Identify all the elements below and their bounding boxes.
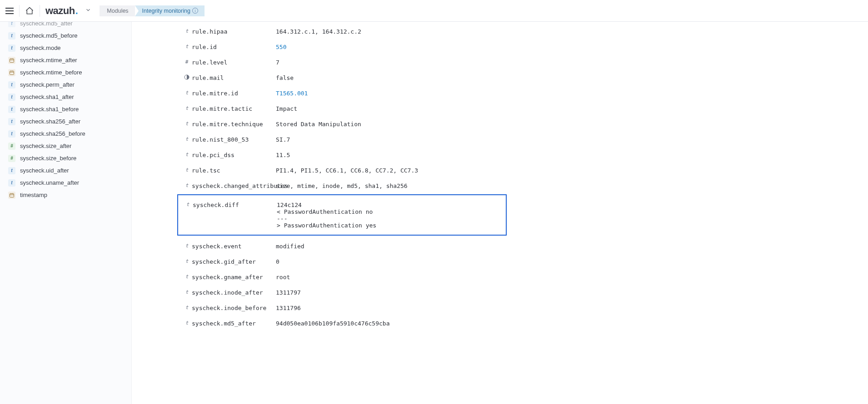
- topbar: wazuh. Modules Integrity monitoring i: [0, 0, 868, 22]
- breadcrumb-modules[interactable]: Modules: [100, 5, 135, 16]
- number-field-icon: #: [8, 143, 15, 150]
- detail-row: tsyscheck.eventmodified: [132, 238, 868, 254]
- detail-panel: trule.hipaa164.312.c.1, 164.312.c.2trule…: [132, 22, 868, 404]
- text-field-icon: t: [8, 81, 15, 89]
- field-item[interactable]: tsyscheck.md5_before: [8, 30, 127, 42]
- field-item[interactable]: timestamp: [8, 189, 127, 201]
- breadcrumb-active-label: Integrity monitoring: [142, 7, 190, 15]
- detail-value: modified: [276, 242, 304, 250]
- home-icon[interactable]: [25, 6, 34, 15]
- detail-key: syscheck.diff: [193, 201, 277, 208]
- svg-rect-0: [10, 59, 14, 62]
- detail-key: rule.pci_dss: [192, 151, 276, 158]
- text-field-icon: t: [8, 106, 15, 113]
- field-label: syscheck.md5_after: [20, 22, 73, 27]
- hamburger-menu-icon[interactable]: [5, 8, 14, 14]
- detail-value: 94d050ea0106b109fa5910c476c59cba: [276, 320, 389, 327]
- text-type-icon: t: [182, 304, 192, 310]
- divider: [40, 5, 40, 17]
- field-item[interactable]: #syscheck.size_after: [8, 140, 127, 152]
- text-type-icon: t: [182, 289, 192, 295]
- text-type-icon: t: [182, 273, 192, 280]
- field-item[interactable]: tsyscheck.md5_after: [8, 22, 127, 30]
- field-label: syscheck.sha1_before: [20, 106, 79, 113]
- detail-row: tsyscheck.md5_after94d050ea0106b109fa591…: [132, 315, 868, 331]
- divider: [19, 5, 20, 17]
- detail-row: tsyscheck.changed_attributessize, mtime,…: [132, 178, 868, 193]
- svg-rect-2: [10, 193, 14, 197]
- detail-row: trule.id550: [132, 39, 868, 54]
- date-field-icon: [8, 57, 15, 64]
- detail-value: false: [276, 74, 294, 81]
- detail-row: trule.mitre.idT1565.001: [132, 85, 868, 101]
- detail-row: tsyscheck.diff124c124 < PasswordAuthenti…: [178, 197, 506, 233]
- detail-key: rule.mitre.id: [192, 89, 276, 97]
- field-label: syscheck.mtime_before: [20, 69, 82, 76]
- breadcrumb-active[interactable]: Integrity monitoring i: [135, 5, 205, 16]
- field-item[interactable]: tsyscheck.sha256_before: [8, 128, 127, 140]
- detail-key: syscheck.gname_after: [192, 273, 276, 281]
- detail-key: rule.hipaa: [192, 28, 276, 35]
- detail-value: SI.7: [276, 136, 290, 143]
- highlighted-detail: tsyscheck.diff124c124 < PasswordAuthenti…: [177, 194, 507, 236]
- text-field-icon: t: [8, 167, 15, 174]
- detail-row: trule.nist_800_53SI.7: [132, 132, 868, 147]
- detail-key: syscheck.inode_after: [192, 289, 276, 296]
- field-label: syscheck.uid_after: [20, 167, 69, 174]
- detail-key: rule.level: [192, 59, 276, 66]
- detail-row: tsyscheck.inode_after1311797: [132, 285, 868, 300]
- field-label: syscheck.size_after: [20, 143, 71, 149]
- detail-value[interactable]: T1565.001: [276, 89, 308, 97]
- detail-row: tsyscheck.gname_afterroot: [132, 269, 868, 285]
- text-type-icon: t: [182, 167, 192, 173]
- text-type-icon: t: [182, 120, 192, 127]
- boolean-type-icon: [182, 74, 192, 81]
- field-item[interactable]: tsyscheck.mode: [8, 42, 127, 54]
- field-label: syscheck.uname_after: [20, 179, 79, 186]
- body: tsyscheck.md5_aftertsyscheck.md5_beforet…: [0, 22, 868, 404]
- detail-key: syscheck.gid_after: [192, 258, 276, 265]
- date-field-icon: [8, 69, 15, 76]
- field-item[interactable]: tsyscheck.uname_after: [8, 177, 127, 189]
- detail-row: tsyscheck.inode_before1311796: [132, 300, 868, 315]
- breadcrumb: Modules Integrity monitoring i: [100, 5, 205, 16]
- info-icon[interactable]: i: [192, 8, 198, 14]
- field-label: syscheck.perm_after: [20, 81, 75, 88]
- text-field-icon: t: [8, 22, 15, 27]
- chevron-down-icon[interactable]: [85, 7, 91, 15]
- field-item[interactable]: tsyscheck.sha1_before: [8, 103, 127, 115]
- text-field-icon: t: [8, 94, 15, 101]
- text-field-icon: t: [8, 44, 15, 52]
- detail-key: rule.id: [192, 43, 276, 50]
- detail-value: 11.5: [276, 151, 290, 158]
- detail-row: trule.mitre.techniqueStored Data Manipul…: [132, 116, 868, 132]
- detail-value[interactable]: 550: [276, 43, 286, 50]
- detail-value: PI1.4, PI1.5, CC6.1, CC6.8, CC7.2, CC7.3: [276, 167, 418, 174]
- field-item[interactable]: syscheck.mtime_before: [8, 66, 127, 79]
- field-label: syscheck.size_before: [20, 155, 76, 162]
- brand-logo[interactable]: wazuh.: [45, 5, 78, 17]
- detail-key: rule.nist_800_53: [192, 136, 276, 143]
- field-item[interactable]: tsyscheck.uid_after: [8, 164, 127, 177]
- detail-row: trule.mitre.tacticImpact: [132, 101, 868, 116]
- detail-key: rule.mail: [192, 74, 276, 81]
- field-item[interactable]: tsyscheck.perm_after: [8, 79, 127, 91]
- detail-value: Impact: [276, 105, 297, 112]
- date-field-icon: [8, 192, 15, 199]
- text-field-icon: t: [8, 130, 15, 138]
- field-label: syscheck.mtime_after: [20, 57, 77, 64]
- text-type-icon: t: [183, 201, 193, 207]
- text-type-icon: t: [182, 89, 192, 96]
- detail-key: rule.tsc: [192, 167, 276, 174]
- field-item[interactable]: #syscheck.size_before: [8, 152, 127, 164]
- field-item[interactable]: tsyscheck.sha1_after: [8, 91, 127, 103]
- text-type-icon: t: [182, 136, 192, 142]
- text-field-icon: t: [8, 179, 15, 187]
- field-item[interactable]: syscheck.mtime_after: [8, 54, 127, 66]
- text-type-icon: t: [182, 151, 192, 158]
- detail-value: 124c124 < PasswordAuthentication no --- …: [277, 201, 376, 229]
- text-field-icon: t: [8, 32, 15, 39]
- field-label: syscheck.md5_before: [20, 32, 77, 39]
- field-item[interactable]: tsyscheck.sha256_after: [8, 115, 127, 128]
- detail-row: tsyscheck.gid_after0: [132, 254, 868, 269]
